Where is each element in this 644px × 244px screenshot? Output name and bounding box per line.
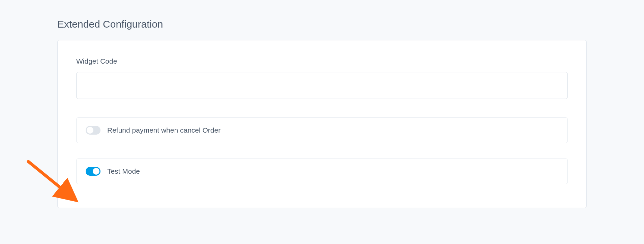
refund-toggle[interactable] bbox=[86, 126, 100, 135]
refund-toggle-label: Refund payment when cancel Order bbox=[107, 126, 221, 134]
widget-code-label: Widget Code bbox=[76, 57, 568, 65]
toggle-knob bbox=[87, 127, 93, 134]
section-title: Extended Configuration bbox=[57, 19, 587, 30]
refund-toggle-row: Refund payment when cancel Order bbox=[76, 117, 568, 143]
config-card: Widget Code Refund payment when cancel O… bbox=[57, 40, 587, 208]
toggle-knob bbox=[93, 168, 99, 175]
test-mode-toggle-label: Test Mode bbox=[107, 167, 140, 175]
test-mode-toggle[interactable] bbox=[86, 167, 100, 176]
test-mode-toggle-row: Test Mode bbox=[76, 159, 568, 184]
page-container: Extended Configuration Widget Code Refun… bbox=[0, 0, 644, 208]
widget-code-input[interactable] bbox=[76, 72, 568, 99]
